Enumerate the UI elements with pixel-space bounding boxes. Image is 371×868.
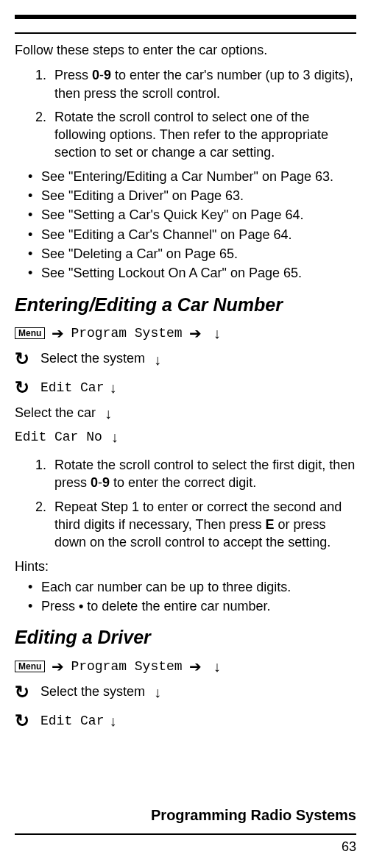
top-rule-thick xyxy=(15,15,356,19)
ref-item: See "Setting Lockout On A Car" on Page 6… xyxy=(28,264,356,282)
section-heading-2: Editing a Driver xyxy=(15,625,356,650)
arrow-right-icon xyxy=(186,658,205,673)
step1-a: Press xyxy=(54,68,92,82)
rotate-icon xyxy=(15,713,29,728)
ref-item: See "Setting a Car's Quick Key" on Page … xyxy=(28,206,356,224)
arrow-down-icon xyxy=(107,713,118,728)
intro-text: Follow these steps to enter the car opti… xyxy=(15,41,356,59)
key-0: 0 xyxy=(92,68,99,82)
nav-sequence-1: Menu Program System Select the system Ed… xyxy=(15,321,356,449)
page-content: Follow these steps to enter the car opti… xyxy=(0,34,371,735)
key-E: E xyxy=(265,517,274,532)
key-9: 9 xyxy=(102,475,110,490)
menu-button-icon: Menu xyxy=(15,661,45,672)
arrow-down-icon xyxy=(212,658,222,673)
nav-program-system: Program System xyxy=(71,326,182,341)
hints-list: Each car number can be up to three digit… xyxy=(28,578,356,616)
page-number: 63 xyxy=(342,839,356,855)
arrow-right-icon xyxy=(186,325,205,340)
arrow-down-icon xyxy=(152,351,163,366)
nav-program-system: Program System xyxy=(71,659,182,674)
reference-list: See "Entering/Editing a Car Number" on P… xyxy=(28,168,356,282)
hint-item: Press • to delete the entire car number. xyxy=(28,597,356,615)
nav-select-system: Select the system xyxy=(40,351,145,366)
nav-select-system: Select the system xyxy=(40,684,145,699)
arrow-down-icon xyxy=(103,405,113,420)
arrow-right-icon xyxy=(49,658,67,673)
footer-rule xyxy=(15,833,356,835)
nav-sequence-2: Menu Program System Select the system Ed… xyxy=(15,655,356,735)
arrow-down-icon xyxy=(212,325,222,340)
nav-edit-car: Edit Car xyxy=(40,380,104,395)
section1-steps: Rotate the scroll control to select the … xyxy=(15,456,356,551)
hint2-a: Press xyxy=(41,599,79,613)
arrow-down-icon xyxy=(107,380,118,394)
rotate-icon xyxy=(15,351,29,366)
rotate-icon xyxy=(15,684,29,699)
s1s1-b: to enter the correct digit. xyxy=(110,475,256,490)
key-9: 9 xyxy=(104,68,111,82)
ref-item: See "Editing a Driver" on Page 63. xyxy=(28,187,356,204)
hint-item: Each car number can be up to three digit… xyxy=(28,578,356,596)
ref-item: See "Editing a Car's Channel" on Page 64… xyxy=(28,226,356,243)
main-step-2: Rotate the scroll control to select one … xyxy=(50,108,356,162)
arrow-down-icon xyxy=(110,429,120,444)
main-step-1: Press 0-9 to enter the car's number (up … xyxy=(50,66,356,102)
ref-item: See "Deleting a Car" on Page 65. xyxy=(28,245,356,263)
rotate-icon xyxy=(15,380,29,394)
key-0: 0 xyxy=(91,475,98,490)
hint2-b: to delete the entire car number. xyxy=(83,599,270,613)
nav-edit-car-no: Edit Car No xyxy=(15,430,102,444)
section-heading-1: Entering/Editing a Car Number xyxy=(15,293,356,318)
footer-section-title: Programming Radio Systems xyxy=(151,807,356,824)
section1-step-1: Rotate the scroll control to select the … xyxy=(50,456,356,492)
nav-select-car: Select the car xyxy=(15,405,96,420)
main-steps: Press 0-9 to enter the car's number (up … xyxy=(15,66,356,161)
nav-edit-car: Edit Car xyxy=(40,714,104,728)
section1-step-2: Repeat Step 1 to enter or correct the se… xyxy=(50,498,356,552)
arrow-right-icon xyxy=(49,325,67,340)
ref-item: See "Entering/Editing a Car Number" on P… xyxy=(28,168,356,185)
menu-button-icon: Menu xyxy=(15,327,45,339)
arrow-down-icon xyxy=(152,684,163,699)
hints-label: Hints: xyxy=(15,558,356,575)
